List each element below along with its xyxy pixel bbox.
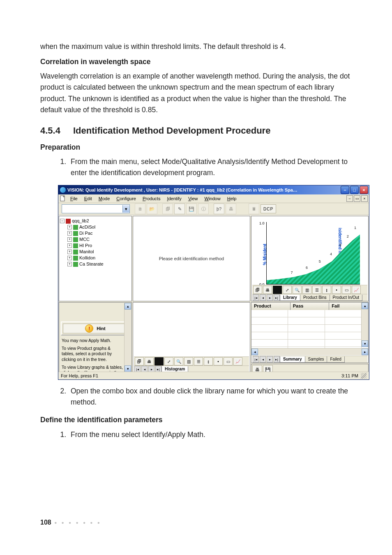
tab-library[interactable]: Library	[280, 295, 300, 301]
mtb-window-icon[interactable]: ▭	[342, 286, 351, 294]
mtb-window-icon[interactable]: ▭	[224, 357, 233, 365]
tab-failed[interactable]: Failed	[327, 356, 344, 363]
tb-whatsthis-icon[interactable]: þ?	[214, 204, 224, 214]
scroll-down-icon[interactable]: ▾	[125, 365, 131, 372]
tab-nav-prev-icon[interactable]: ◂	[260, 356, 266, 363]
table-row[interactable]	[251, 310, 362, 317]
toolbar: ▾ 🗎 📂 🗐 ✎ 💾 ⓘ þ? 🖶 🖩 DCP	[58, 203, 369, 215]
expand-icon[interactable]: +	[67, 231, 72, 236]
mtb-copy-icon[interactable]: 🗐	[135, 357, 144, 365]
tab-samples[interactable]: Samples	[305, 356, 327, 363]
tb-save-icon[interactable]: 💾	[186, 204, 197, 214]
tab-nav-last-icon[interactable]: ▸|	[274, 356, 280, 363]
tab-product-inout[interactable]: Product In/Out	[330, 295, 362, 301]
mtb-scatter-icon[interactable]: •	[332, 286, 341, 294]
scroll-left-icon[interactable]: ◂	[251, 349, 258, 355]
chevron-down-icon[interactable]: ▾	[122, 205, 129, 213]
expand-icon[interactable]: +	[67, 225, 72, 229]
tree-item[interactable]: +HI Pro	[67, 243, 131, 249]
menu-window[interactable]: Window	[202, 195, 224, 202]
minimize-button[interactable]: –	[341, 186, 349, 194]
resize-grip-icon[interactable]	[361, 373, 367, 379]
mtb-bars-icon[interactable]: ▥	[302, 286, 311, 294]
expand-icon[interactable]: +	[67, 262, 72, 266]
tree-item[interactable]: +Manitol	[67, 249, 131, 255]
tree-item[interactable]: +Kollidon	[67, 255, 131, 261]
expand-icon[interactable]: +	[67, 250, 72, 254]
tab-summary[interactable]: Summary	[280, 356, 305, 363]
mtb-expand-icon[interactable]: ⤢	[283, 286, 292, 294]
tree-item[interactable]: +Ca Stearate	[67, 261, 131, 267]
mtb-print-icon[interactable]: 🖶	[145, 357, 154, 365]
close-button[interactable]: ×	[360, 186, 368, 194]
dcp-button[interactable]: DCP	[261, 204, 276, 213]
mtb-axes-icon[interactable]: ⫿	[204, 357, 213, 365]
table-row[interactable]	[251, 317, 362, 325]
mtb-expand-icon[interactable]: ⤢	[164, 357, 173, 365]
tb-edit-icon[interactable]: ✎	[174, 204, 185, 214]
tab-nav-last-icon[interactable]: ▸|	[274, 294, 280, 301]
mtb-zoom-icon[interactable]: 🔍	[293, 286, 302, 294]
tb-open-icon[interactable]: 📂	[147, 204, 157, 214]
tree-item[interactable]: +Di Pac	[67, 230, 131, 236]
expand-icon[interactable]: +	[67, 256, 72, 260]
mtb-scatter-icon[interactable]: •	[214, 357, 223, 365]
menu-help[interactable]: Help	[224, 195, 240, 202]
th-product[interactable]: Product	[251, 303, 291, 310]
mtb-copy-icon[interactable]: 🗐	[253, 286, 262, 294]
tab-nav-prev-icon[interactable]: ◂	[260, 294, 266, 301]
mtb-print-icon[interactable]: 🖶	[263, 286, 272, 294]
tb-doc-icon[interactable]: 🗎	[135, 204, 145, 214]
menu-identify[interactable]: Identify	[164, 195, 184, 202]
tab-nav-next-icon[interactable]: ▸	[267, 294, 273, 301]
tab-nav-next-icon[interactable]: ▸	[267, 356, 273, 363]
hint-scrollbar[interactable]: ▴ ▾	[124, 303, 131, 372]
library-combo[interactable]: ▾	[62, 204, 130, 213]
table-vscrollbar[interactable]: ▴ ▾	[361, 303, 368, 347]
mtb-black-icon[interactable]	[273, 286, 282, 294]
tree-item[interactable]: +AcDiSol	[67, 224, 131, 230]
mtb-list-icon[interactable]: ☰	[312, 286, 321, 294]
mtb-bars-icon[interactable]: ▥	[184, 357, 193, 365]
mdi-minimize-button[interactable]: –	[346, 195, 353, 202]
menu-edit[interactable]: Edit	[81, 195, 95, 202]
mtb-zoom-icon[interactable]: 🔍	[174, 357, 183, 365]
mtb-black-icon[interactable]	[154, 357, 164, 365]
tab-nav-first-icon[interactable]: |◂	[253, 294, 259, 301]
table-row[interactable]	[251, 340, 362, 347]
tb-calc-icon[interactable]: 🖩	[249, 204, 259, 214]
table-hscrollbar[interactable]: ◂ ▸	[251, 348, 368, 355]
menu-mode[interactable]: Mode	[96, 195, 113, 202]
tree-pane: − qqq_lib2 +AcDiSol+Di Pac+MCC+HI Pro+Ma…	[59, 216, 132, 301]
mdi-close-button[interactable]: ×	[361, 195, 368, 202]
tree-item[interactable]: +MCC	[67, 236, 131, 243]
hint-line-2: To view Product graphs & tables, select …	[62, 346, 123, 362]
mtb-list-icon[interactable]: ☰	[194, 357, 203, 365]
th-pass[interactable]: Pass	[291, 303, 330, 310]
tb-info-icon[interactable]: ⓘ	[198, 204, 209, 214]
tb-print-icon[interactable]: 🖶	[226, 204, 236, 214]
menu-products[interactable]: Products	[140, 195, 163, 202]
mtb-axes-icon[interactable]: ⫿	[322, 286, 331, 294]
scroll-up-icon[interactable]: ▴	[362, 303, 368, 309]
titlebar: VISION: Qual Identify Development , User…	[58, 185, 369, 194]
tb-copy-icon[interactable]: 🗐	[162, 204, 173, 214]
scroll-right-icon[interactable]: ▸	[362, 349, 368, 355]
expand-icon[interactable]: +	[67, 237, 72, 242]
mdi-restore-button[interactable]: ▭	[354, 195, 360, 202]
tab-product-bins[interactable]: Product Bins	[300, 295, 330, 301]
mtb-trend-icon[interactable]: 📈	[233, 357, 242, 365]
scroll-down-icon[interactable]: ▾	[362, 340, 368, 347]
mtb-trend-icon[interactable]: 📈	[352, 286, 361, 294]
expand-icon[interactable]: +	[67, 243, 72, 248]
tab-nav-first-icon[interactable]: |◂	[253, 356, 259, 363]
menu-file[interactable]: File	[67, 195, 81, 202]
menu-view[interactable]: View	[185, 195, 201, 202]
maximize-button[interactable]: □	[350, 186, 359, 194]
table-row[interactable]	[251, 325, 362, 332]
scroll-up-icon[interactable]: ▴	[125, 303, 131, 310]
tree-root[interactable]: − qqq_lib2	[60, 218, 131, 224]
collapse-icon[interactable]: −	[60, 219, 65, 223]
menu-configure[interactable]: Configure	[113, 195, 139, 202]
table-row[interactable]	[251, 332, 362, 340]
